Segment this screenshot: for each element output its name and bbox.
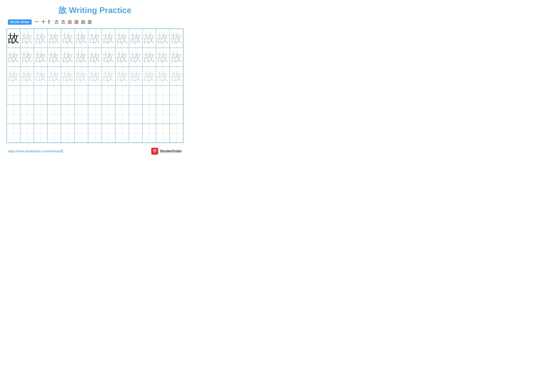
grid-cell[interactable]: 故	[170, 48, 183, 67]
grid-cell[interactable]	[47, 86, 61, 105]
cell-character: 故	[48, 51, 60, 63]
cell-character: 故	[130, 33, 141, 44]
cell-character: 故	[35, 71, 46, 82]
page-title: 故 Writing Practice	[6, 5, 183, 16]
grid-cell[interactable]	[115, 124, 129, 143]
cell-character: 故	[103, 51, 114, 63]
grid-cell[interactable]	[129, 105, 143, 124]
grid-cell[interactable]: 故	[156, 29, 170, 48]
grid-cell[interactable]	[47, 124, 61, 143]
grid-cell[interactable]	[156, 124, 170, 143]
grid-cell[interactable]: 故	[142, 29, 156, 48]
grid-cell[interactable]	[47, 105, 61, 124]
grid-cell[interactable]	[61, 86, 74, 105]
grid-cell[interactable]: 故	[7, 67, 20, 86]
grid-cell[interactable]: 故	[115, 67, 129, 86]
grid-cell[interactable]	[102, 105, 115, 124]
grid-cell[interactable]	[74, 105, 88, 124]
grid-cell[interactable]	[142, 86, 156, 105]
grid-cell[interactable]	[20, 124, 34, 143]
grid-cell[interactable]	[170, 86, 183, 105]
grid-cell[interactable]	[115, 105, 129, 124]
grid-cell[interactable]: 故	[129, 29, 143, 48]
cell-character: 故	[8, 51, 19, 63]
grid-cell[interactable]	[7, 105, 20, 124]
grid-cell[interactable]	[170, 124, 183, 143]
grid-cell[interactable]: 故	[142, 67, 156, 86]
grid-cell[interactable]: 故	[156, 48, 170, 67]
grid-cell[interactable]: 故	[61, 67, 74, 86]
grid-cell[interactable]: 故	[34, 48, 47, 67]
stroke-1: 一	[35, 19, 39, 25]
grid-cell[interactable]	[7, 86, 20, 105]
grid-cell[interactable]: 故	[170, 67, 183, 86]
grid-cell[interactable]: 故	[7, 29, 20, 48]
grid-cell[interactable]	[156, 105, 170, 124]
grid-cell[interactable]: 故	[170, 29, 183, 48]
grid-cell[interactable]: 故	[20, 67, 34, 86]
grid-cell[interactable]	[88, 124, 102, 143]
grid-cell[interactable]	[102, 86, 115, 105]
grid-cell[interactable]	[170, 105, 183, 124]
grid-cell[interactable]: 故	[34, 29, 47, 48]
grid-cell[interactable]: 故	[47, 67, 61, 86]
grid-cell[interactable]	[142, 105, 156, 124]
grid-cell[interactable]	[88, 105, 102, 124]
grid-cell[interactable]: 故	[156, 67, 170, 86]
grid-cell[interactable]	[20, 86, 34, 105]
grid-cell[interactable]: 故	[74, 67, 88, 86]
grid-cell[interactable]	[34, 124, 47, 143]
grid-cell[interactable]: 故	[88, 67, 102, 86]
grid-cell[interactable]	[115, 86, 129, 105]
grid-cell[interactable]	[142, 124, 156, 143]
grid-cell[interactable]: 故	[61, 48, 74, 67]
grid-cell[interactable]	[129, 86, 143, 105]
grid-cell[interactable]	[7, 124, 20, 143]
grid-cell[interactable]: 故	[115, 29, 129, 48]
cell-character: 故	[76, 71, 87, 82]
cell-character: 故	[89, 33, 101, 44]
grid-cell[interactable]: 故	[102, 29, 115, 48]
grid-cell[interactable]: 故	[129, 48, 143, 67]
grid-cell[interactable]	[74, 124, 88, 143]
logo-icon: 字	[151, 148, 158, 155]
grid-cell[interactable]: 故	[47, 48, 61, 67]
cell-character: 故	[171, 33, 182, 44]
grid-cell[interactable]: 故	[88, 48, 102, 67]
grid-cell[interactable]: 故	[20, 29, 34, 48]
grid-cell[interactable]: 故	[102, 67, 115, 86]
grid-cell[interactable]	[156, 86, 170, 105]
grid-cell[interactable]	[129, 124, 143, 143]
grid-cell[interactable]	[61, 105, 74, 124]
grid-cell[interactable]: 故	[74, 29, 88, 48]
cell-character: 故	[171, 71, 182, 82]
grid-cell[interactable]	[61, 124, 74, 143]
footer-url[interactable]: https://www.strokeorder.com/chinese/故	[8, 149, 63, 153]
grid-cell[interactable]: 故	[47, 29, 61, 48]
cell-character: 故	[157, 33, 168, 44]
grid-cell[interactable]: 故	[7, 48, 20, 67]
cell-character: 故	[62, 33, 73, 44]
logo-text: StrokeOrder	[160, 149, 182, 153]
grid-cell[interactable]	[88, 86, 102, 105]
cell-character: 故	[117, 51, 128, 63]
stroke-order-row: Stroke Order 一 十 扌 古 古 故 故 故 故	[6, 19, 183, 25]
grid-cell[interactable]: 故	[102, 48, 115, 67]
grid-cell[interactable]: 故	[129, 67, 143, 86]
cell-character: 故	[157, 51, 168, 63]
grid-cell[interactable]: 故	[74, 48, 88, 67]
grid-cell[interactable]: 故	[88, 29, 102, 48]
cell-character: 故	[35, 51, 46, 63]
footer: https://www.strokeorder.com/chinese/故 字 …	[6, 148, 183, 155]
grid-cell[interactable]: 故	[61, 29, 74, 48]
grid-cell[interactable]	[34, 105, 47, 124]
grid-cell[interactable]: 故	[142, 48, 156, 67]
grid-cell[interactable]	[74, 86, 88, 105]
grid-cell[interactable]: 故	[115, 48, 129, 67]
grid-cell[interactable]	[34, 86, 47, 105]
grid-cell[interactable]: 故	[34, 67, 47, 86]
grid-cell[interactable]: 故	[20, 48, 34, 67]
grid-cell[interactable]	[102, 124, 115, 143]
grid-cell[interactable]	[20, 105, 34, 124]
stroke-5: 古	[61, 19, 66, 25]
